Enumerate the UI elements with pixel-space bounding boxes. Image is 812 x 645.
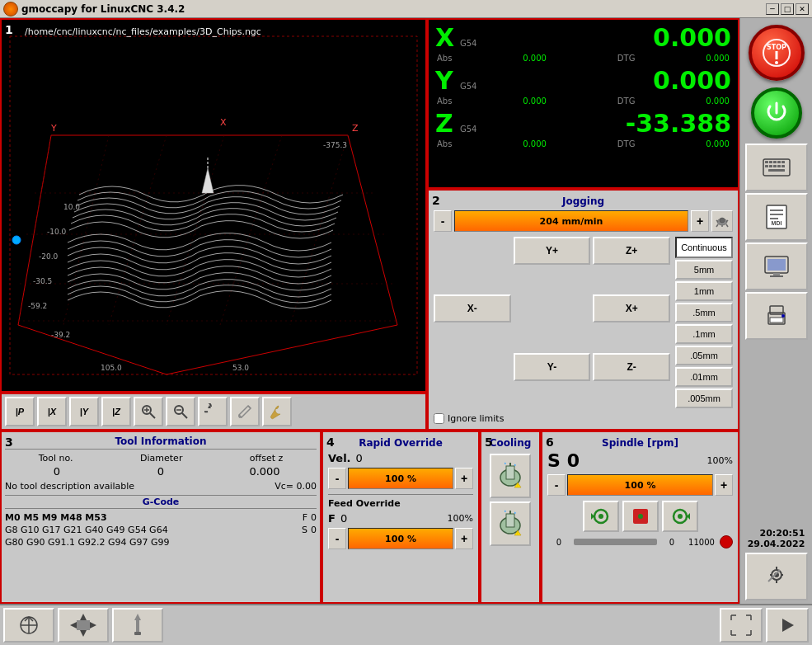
step-0.005mm-button[interactable]: .005mm	[675, 388, 733, 408]
section-num-5: 5	[485, 435, 493, 449]
close-button[interactable]: ✕	[796, 3, 809, 15]
svg-rect-80	[768, 169, 785, 172]
jog-speed-plus[interactable]: +	[691, 210, 709, 232]
footer-tool-button[interactable]	[112, 608, 163, 643]
zoom-out-button[interactable]	[166, 397, 195, 426]
svg-point-64	[678, 514, 683, 519]
svg-rect-78	[777, 165, 781, 167]
footer-home-button[interactable]	[3, 608, 54, 643]
footer	[0, 604, 812, 645]
svg-rect-74	[781, 161, 785, 163]
right-sidebar: STOP	[739, 18, 812, 604]
z-sub-row: Abs 0.000 DTG 0.000	[435, 139, 731, 148]
spindle-ccw-button[interactable]	[583, 501, 619, 532]
zoom-in-button[interactable]	[134, 397, 163, 426]
coordinates-panel: X G54 0.000 Abs 0.000 DTG 0.000 Y G54	[427, 18, 739, 189]
step-continuous-button[interactable]: Continuous	[675, 237, 733, 258]
step-5mm-button[interactable]: 5mm	[675, 260, 733, 280]
footer-fullscreen-button[interactable]	[720, 608, 763, 643]
section-num-6: 6	[546, 435, 554, 449]
estop-button[interactable]: STOP	[749, 25, 805, 81]
footer-jog-button[interactable]	[58, 608, 109, 643]
jog-z-minus-button[interactable]: Z-	[593, 353, 670, 381]
feed-val: 0	[340, 512, 347, 525]
step-0.01mm-button[interactable]: .01mm	[675, 367, 733, 387]
svg-text:!: !	[517, 483, 518, 487]
step-0.1mm-button[interactable]: .1mm	[675, 324, 733, 344]
home-z-button[interactable]: |Z	[101, 397, 131, 426]
svg-marker-105	[70, 622, 77, 629]
svg-line-33	[150, 413, 155, 418]
spindle-footer-0a: 0	[547, 538, 570, 547]
reset-view-button[interactable]	[198, 397, 228, 426]
z-g54-label: G54	[460, 125, 481, 134]
home-y-button[interactable]: |Y	[69, 397, 99, 426]
x-abs-val: 0.000	[523, 54, 547, 63]
jog-z-plus-button[interactable]: Z+	[593, 237, 670, 265]
spindle-footer-11000: 11000	[687, 538, 716, 547]
ignore-limits-checkbox[interactable]	[434, 413, 444, 424]
svg-text:STOP: STOP	[767, 44, 786, 51]
svg-point-93	[781, 314, 785, 318]
svg-rect-71	[769, 161, 772, 163]
jog-turtle-button[interactable]	[711, 210, 733, 232]
svg-rect-107	[77, 620, 90, 630]
jogging-title: Jogging	[434, 195, 733, 207]
svg-rect-76	[769, 165, 772, 167]
sidebar-settings-button[interactable]	[745, 553, 808, 600]
footer-next-button[interactable]	[766, 608, 809, 643]
clock-time: 20:20:51	[748, 528, 805, 539]
z-main-val: -33.388	[626, 109, 731, 138]
home-x-button[interactable]: |X	[37, 397, 67, 426]
spindle-stop-button[interactable]	[622, 501, 659, 532]
diameter-col-header: Diameter	[140, 453, 182, 464]
x-dtg-val: 0.000	[706, 54, 730, 63]
step-1mm-button[interactable]: 1mm	[675, 281, 733, 301]
y-axis-label: Y	[435, 66, 460, 95]
svg-point-19	[12, 236, 21, 244]
y-abs-val: 0.000	[523, 97, 547, 106]
jog-x-minus-button[interactable]: X-	[434, 294, 511, 322]
step-0.05mm-button[interactable]: .05mm	[675, 346, 733, 365]
spindle-minus-button[interactable]: -	[547, 474, 566, 496]
feed-plus-button[interactable]: +	[455, 528, 473, 549]
jog-x-plus-button[interactable]: X+	[593, 294, 670, 322]
rapid-minus-button[interactable]: -	[328, 468, 346, 489]
y-main-val: 0.000	[653, 66, 731, 95]
3d-view: 1 /home/cnc/linuxcnc/nc_files/examples/3…	[0, 18, 427, 393]
spindle-plus-button[interactable]: +	[715, 474, 733, 496]
toolbar: |P |X |Y |Z	[0, 393, 427, 431]
tool-info-title: Tool Information	[5, 435, 317, 450]
home-p-button[interactable]: |P	[5, 397, 35, 426]
svg-text:-30.5: -30.5	[33, 277, 52, 285]
svg-rect-79	[781, 165, 785, 167]
minimize-button[interactable]: ─	[766, 3, 779, 15]
jog-y-plus-button[interactable]: Y+	[514, 237, 591, 265]
svg-line-37	[182, 413, 187, 418]
x-dtg-label: DTG	[617, 54, 636, 63]
coolant2-button[interactable]: !	[490, 501, 531, 546]
rapid-plus-button[interactable]: +	[455, 468, 473, 489]
maximize-button[interactable]: □	[781, 3, 794, 15]
svg-rect-77	[773, 165, 777, 167]
wrench-button[interactable]	[262, 397, 292, 426]
coolant1-button[interactable]: !	[490, 454, 531, 498]
feed-minus-button[interactable]: -	[328, 528, 346, 549]
svg-rect-109	[136, 620, 139, 632]
spindle-s-label: S	[547, 450, 561, 471]
section-num-1: 1	[5, 23, 13, 36]
jog-y-minus-button[interactable]: Y-	[514, 353, 591, 381]
sidebar-mdi-button[interactable]: MDI	[745, 193, 808, 241]
step-0.5mm-button[interactable]: .5mm	[675, 303, 733, 322]
sidebar-pc-button[interactable]	[745, 242, 808, 290]
jog-speed-minus[interactable]: -	[434, 210, 452, 232]
svg-text:Y: Y	[50, 123, 57, 134]
offset-z-val: 0.000	[240, 465, 289, 478]
x-abs-label: Abs	[437, 54, 452, 63]
edit-button[interactable]	[230, 397, 260, 426]
spindle-cw-button[interactable]	[662, 501, 698, 532]
sidebar-program-button[interactable]	[745, 144, 808, 191]
section-num-3: 3	[5, 435, 13, 449]
power-button[interactable]	[751, 87, 802, 139]
sidebar-print-button[interactable]	[745, 292, 808, 340]
